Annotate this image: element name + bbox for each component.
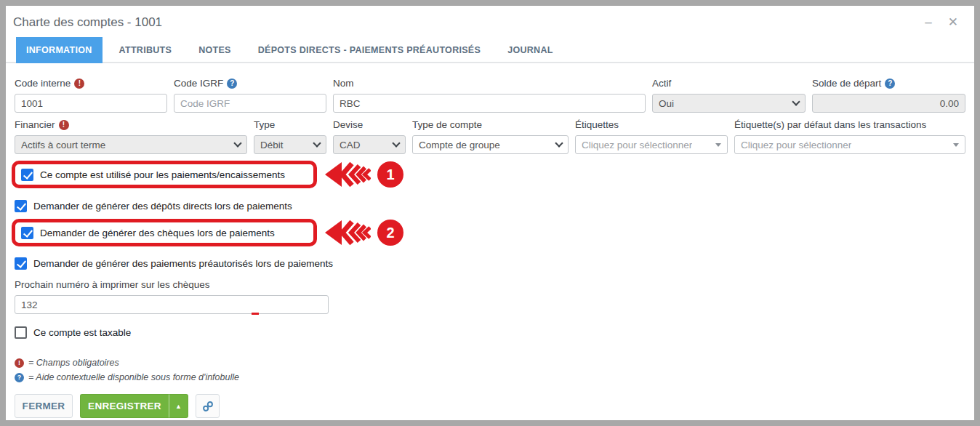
required-icon: ! [74,79,84,89]
close-icon[interactable]: ✕ [948,16,958,28]
preauthorized-checkbox[interactable] [15,257,27,270]
annotation-badge-2: 2 [377,220,403,246]
caret-up-icon: ▲ [175,403,182,410]
dialog-header: Charte des comptes - 1001 – ✕ [6,6,974,31]
devise-select[interactable]: CAD [333,135,406,154]
annotation-badge-1: 1 [377,161,403,188]
code-interne-input[interactable] [15,94,167,113]
financier-value: Actifs à court terme [21,140,105,150]
actif-label: Actif [652,78,671,89]
save-menu-button[interactable]: ▲ [169,394,188,418]
type-compte-label: Type de compte [412,119,482,131]
actif-select[interactable]: Oui [652,94,806,113]
cheques-checkbox-label: Demander de générer des chèques lors de … [40,228,275,238]
save-button-group: ENREGISTRER ▲ [80,394,188,418]
etiquettes-defaut-label: Étiquette(s) par défaut dans les transac… [734,119,926,131]
information-form: Code interne ! Code IGRF ? Nom [6,63,974,418]
save-button[interactable]: ENREGISTRER [80,394,169,418]
required-icon: ! [59,120,69,130]
preauthorized-checkbox-row: Demander de générer des paiements préaut… [15,256,965,270]
direct-deposit-checkbox-label: Demander de générer des dépôts directs l… [33,201,292,212]
tab-depots-directs[interactable]: DÉPOTS DIRECTS - PAIEMENTS PRÉAUTORISÉS [248,37,491,63]
annotation-group-1: Ce compte est utilisé pour les paiements… [12,161,965,188]
etiquettes-placeholder: Cliquez pour sélectionner [582,140,692,150]
type-compte-value: Compte de groupe [419,140,500,150]
legend-help-text: = Aide contextuelle disponible sous form… [28,372,239,382]
payments-checkbox[interactable] [21,169,33,181]
code-interne-label: Code interne [15,78,71,89]
direct-deposit-checkbox[interactable] [15,200,27,212]
required-icon: ! [15,358,24,368]
code-igrf-label: Code IGRF [174,78,223,89]
type-label: Type [254,119,275,131]
next-cheque-number-label: Prochain numéro à imprimer sur les chèqu… [15,279,965,291]
type-compte-select[interactable]: Compte de groupe [412,135,569,154]
etiquettes-multiselect[interactable]: Cliquez pour sélectionner [575,135,728,154]
window-controls: – ✕ [925,15,964,28]
page-title: Charte des comptes - 1001 [13,15,162,31]
caret-down-icon [715,143,721,147]
actif-value: Oui [659,98,674,109]
taxable-checkbox-row: Ce compte est taxable [15,325,965,339]
tab-attributs[interactable]: ATTRIBUTS [109,37,182,63]
legend-required-text: = Champs obligatoires [28,358,119,368]
tab-bar: INFORMATION ATTRIBUTS NOTES DÉPOTS DIREC… [6,37,974,63]
type-value: Débit [260,140,284,150]
etiquettes-defaut-multiselect[interactable]: Cliquez pour sélectionner [734,135,965,154]
taxable-checkbox[interactable] [15,326,27,339]
footer-actions: FERMER ENREGISTRER ▲ [15,394,965,418]
chart-of-accounts-dialog: Charte des comptes - 1001 – ✕ INFORMATIO… [6,6,974,420]
devise-label: Devise [333,119,363,131]
preauthorized-checkbox-label: Demander de générer des paiements préaut… [33,258,333,269]
annotation-group-2: Demander de générer des chèques lors de … [12,219,965,246]
nom-label: Nom [333,78,354,89]
help-icon: ? [15,373,24,382]
annotation-box-2: Demander de générer des chèques lors de … [12,219,317,246]
solde-depart-label: Solde de départ [812,78,881,89]
form-row-1: Code interne ! Code IGRF ? Nom [15,78,965,113]
help-icon: ? [885,79,895,89]
etiquettes-label: Étiquettes [575,119,619,131]
etiquettes-defaut-placeholder: Cliquez pour sélectionner [741,140,851,150]
annotation-arrow-icon [324,220,371,246]
direct-deposit-checkbox-row: Demander de générer des dépôts directs l… [15,198,965,213]
cheques-checkbox[interactable] [21,227,33,239]
payments-checkbox-label: Ce compte est utilisé pour les paiements… [40,169,285,180]
form-row-2: Financier ! Actifs à court terme Type Dé… [15,119,965,154]
next-cheque-number-input[interactable] [15,295,329,314]
help-icon: ? [227,79,237,89]
tab-information[interactable]: INFORMATION [16,37,103,63]
chevron-down-icon [392,139,400,147]
taxable-checkbox-label: Ce compte est taxable [33,327,131,338]
close-button[interactable]: FERMER [15,394,73,418]
chevron-down-icon [792,97,800,105]
annotation-arrow-icon [324,161,371,188]
financier-label: Financier [15,119,55,131]
chevron-down-icon [313,139,321,147]
chevron-down-icon [233,139,241,147]
financier-select[interactable]: Actifs à court terme [15,135,247,154]
devise-value: CAD [340,140,361,150]
minimize-icon[interactable]: – [925,16,931,28]
annotation-box-1: Ce compte est utilisé pour les paiements… [12,161,317,188]
legend: ! = Champs obligatoires ? = Aide context… [15,355,965,385]
chevron-down-icon [555,139,563,147]
code-igrf-input[interactable] [174,94,326,113]
nom-input[interactable] [333,94,646,113]
tab-journal[interactable]: JOURNAL [497,37,563,63]
next-cheque-number-wrap [15,295,329,314]
red-mark-annotation [252,313,259,315]
type-select[interactable]: Débit [254,135,326,154]
caret-down-icon [953,143,959,147]
tab-notes[interactable]: NOTES [188,37,241,63]
link-icon [201,400,214,413]
link-button[interactable] [196,394,220,418]
solde-depart-input[interactable] [812,94,965,113]
